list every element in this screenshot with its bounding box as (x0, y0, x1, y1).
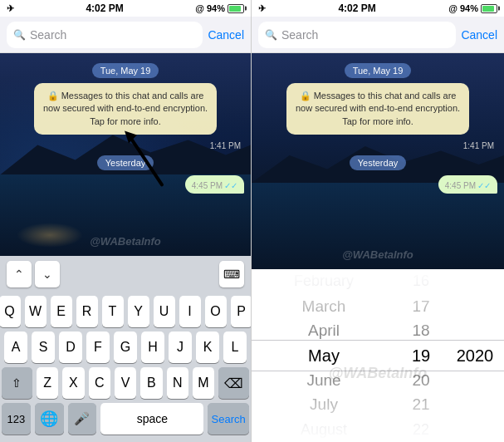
bubble-meta: 4:45 PM ✓✓ (192, 181, 237, 190)
battery-fill-right (482, 6, 494, 12)
key-n[interactable]: N (167, 367, 188, 399)
picker-month-feb[interactable]: February (252, 269, 396, 294)
chevron-down-btn[interactable]: ⌄ (35, 261, 60, 287)
time-row-1: 1:41 PM (7, 141, 244, 150)
status-left: ✈ (7, 3, 14, 14)
search-input-wrap-right[interactable]: 🔍 Search (258, 22, 456, 48)
picker-day-17[interactable]: 17 (396, 294, 446, 319)
picker-day-16[interactable]: 16 (396, 269, 446, 294)
picker-year-empty6[interactable] (446, 393, 504, 418)
key-s[interactable]: S (32, 332, 55, 363)
key-globe[interactable]: 🌐 (35, 403, 64, 435)
key-e[interactable]: E (51, 296, 72, 327)
watermark-left: @WABetaInfo (90, 235, 161, 248)
chevron-up-btn[interactable]: ⌃ (7, 261, 32, 287)
key-w[interactable]: W (25, 296, 46, 327)
key-z[interactable]: Z (37, 367, 58, 399)
key-num[interactable]: 123 (2, 403, 31, 435)
picker-month-mar[interactable]: March (252, 294, 396, 319)
key-o[interactable]: O (205, 296, 227, 327)
key-x[interactable]: X (62, 367, 84, 399)
key-d[interactable]: D (59, 332, 82, 363)
keyboard-icon-btn[interactable]: ⌨ (219, 261, 244, 287)
key-space[interactable]: space (100, 403, 203, 435)
picker-year-empty2[interactable] (446, 294, 504, 319)
cancel-button-left[interactable]: Cancel (208, 28, 244, 42)
key-b[interactable]: B (140, 367, 162, 399)
key-v[interactable]: V (115, 367, 136, 399)
key-a[interactable]: A (4, 332, 27, 363)
bubble-outgoing: 4:45 PM ✓✓ (185, 175, 244, 194)
key-u[interactable]: U (154, 296, 175, 327)
picker-month-may[interactable]: May (252, 343, 396, 368)
picker-month-jun[interactable]: June (252, 368, 396, 393)
key-f[interactable]: F (86, 332, 110, 363)
signal-text: @ 94% (195, 3, 225, 13)
time-right: 4:02 PM (338, 2, 375, 14)
signal-text-right: @ 94% (448, 3, 478, 13)
picker-month-jul[interactable]: July (252, 393, 396, 418)
key-j[interactable]: J (169, 332, 192, 363)
search-bar-right[interactable]: 🔍 Search Cancel (252, 17, 504, 53)
search-bar-left[interactable]: 🔍 Search Cancel (0, 17, 251, 53)
picker-month-apr[interactable]: April (252, 318, 396, 343)
system-message-text-right: Messages to this chat and calls are now … (296, 91, 460, 126)
picker-year-empty5[interactable] (446, 368, 504, 393)
key-c[interactable]: C (89, 367, 110, 399)
picker-day-22[interactable]: 22 (396, 417, 446, 442)
key-row-1: Q W E R T Y U I O P (2, 296, 249, 327)
right-panel: ✈ 4:02 PM @ 94% 🔍 Search Cancel Tue, May… (252, 0, 504, 442)
bubble-time: 4:45 PM (192, 181, 223, 190)
bubble-time-right: 4:45 PM (445, 181, 476, 190)
search-icon: 🔍 (13, 29, 26, 41)
yesterday-badge-right: Yesterday (350, 155, 407, 170)
battery-icon (228, 4, 244, 13)
picker-year-empty1[interactable] (446, 269, 504, 294)
picker-day-19[interactable]: 19 (396, 343, 446, 368)
left-panel: ✈ 4:02 PM @ 94% 🔍 Search Cancel Tue, May… (0, 0, 252, 442)
key-mic[interactable]: 🎤 (68, 403, 97, 435)
msg-time-1: 1:41 PM (210, 141, 241, 150)
key-y[interactable]: Y (128, 296, 149, 327)
key-l[interactable]: L (223, 332, 247, 363)
airplane-icon: ✈ (7, 3, 14, 14)
picker-year-col[interactable]: 2020 (446, 269, 504, 442)
system-message: 🔒 Messages to this chat and calls are no… (34, 83, 217, 135)
picker-day-col[interactable]: 16 17 18 19 20 21 22 (396, 269, 446, 442)
key-h[interactable]: H (141, 332, 164, 363)
key-p[interactable]: P (231, 296, 252, 327)
status-right: @ 94% (195, 3, 244, 13)
picker-day-20[interactable]: 20 (396, 368, 446, 393)
key-r[interactable]: R (76, 296, 98, 327)
key-shift[interactable]: ⇧ (2, 367, 32, 399)
picker-month-col[interactable]: February March April May June July Augus… (252, 269, 396, 442)
picker-day-18[interactable]: 18 (396, 318, 446, 343)
search-icon-right: 🔍 (265, 29, 277, 41)
picker-year-empty3[interactable] (446, 318, 504, 343)
yesterday-badge: Yesterday (97, 155, 154, 170)
time-left: 4:02 PM (86, 2, 123, 14)
key-g[interactable]: G (114, 332, 137, 363)
date-picker[interactable]: February March April May June July Augus… (252, 269, 504, 442)
key-q[interactable]: Q (0, 296, 21, 327)
key-row-3: ⇧ Z X C V B N M ⌫ (2, 367, 249, 399)
key-delete[interactable]: ⌫ (218, 367, 249, 399)
keyboard-toolbar: ⌃ ⌄ ⌨ (0, 256, 251, 292)
picker-year-2020[interactable]: 2020 (446, 343, 504, 368)
picker-month-aug[interactable]: August (252, 417, 396, 442)
watermark-right: @WABetaInfo (342, 248, 413, 261)
check-marks-right: ✓✓ (477, 181, 491, 190)
picker-year-empty7[interactable] (446, 417, 504, 442)
chat-messages: Tue, May 19 🔒 Messages to this chat and … (0, 53, 251, 256)
time-row-right: 1:41 PM (258, 141, 497, 150)
key-m[interactable]: M (193, 367, 214, 399)
search-input-wrap[interactable]: 🔍 Search (7, 22, 203, 48)
picker-day-21[interactable]: 21 (396, 393, 446, 418)
key-search[interactable]: Search (208, 403, 249, 435)
key-i[interactable]: I (179, 296, 201, 327)
check-marks: ✓✓ (224, 181, 237, 190)
keyboard: Q W E R T Y U I O P A S D F G H J K L ⇧ … (0, 292, 251, 442)
cancel-button-right[interactable]: Cancel (461, 28, 497, 42)
key-k[interactable]: K (196, 332, 219, 363)
key-t[interactable]: T (102, 296, 124, 327)
